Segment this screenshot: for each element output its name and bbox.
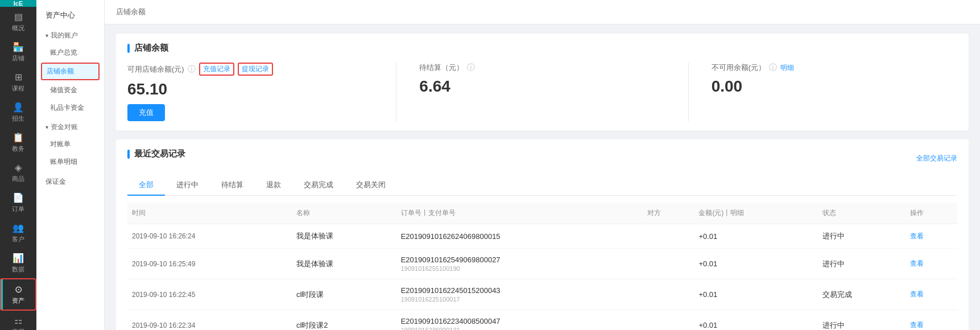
main-content: 店铺余额 店铺余额 可用店铺余额(元) ⓘ 充值记录 提现记录 65.10 充值 xyxy=(105,0,980,330)
unavailable-balance-label: 不可用余额(元） ⓘ 明细 xyxy=(712,63,957,73)
cell-action[interactable]: 查看 xyxy=(905,249,957,279)
col-order: 订单号丨支付单号 xyxy=(396,203,643,224)
cell-amount: +0.01 xyxy=(694,279,818,310)
sidebar-item-store[interactable]: 🏪 店铺 xyxy=(0,37,36,67)
course-icon: ⊞ xyxy=(15,72,22,82)
info-icon[interactable]: ⓘ xyxy=(188,64,196,75)
tab-in-progress[interactable]: 进行中 xyxy=(165,175,210,196)
table-row: 2019-09-10 16:25:49 我是体验课 E2019091016254… xyxy=(127,249,957,279)
cell-time: 2019-09-10 16:26:24 xyxy=(127,224,292,249)
cell-amount: +0.01 xyxy=(694,224,818,249)
available-balance-value: 65.10 xyxy=(127,80,373,98)
nav-section-reconciliation: ▾ 资金对账 对账单 账单明细 xyxy=(36,119,104,171)
cell-order: E20190910162624069800015 xyxy=(396,224,643,249)
table-row: 2019-09-10 16:22:34 cl时段课2 E201909101622… xyxy=(127,310,957,331)
sidebar-item-order[interactable]: 📄 订单 xyxy=(0,188,36,218)
recruit-icon: 👤 xyxy=(13,102,24,113)
content-area: 店铺余额 可用店铺余额(元) ⓘ 充值记录 提现记录 65.10 充值 待结算（… xyxy=(105,24,980,330)
pending-info-icon[interactable]: ⓘ xyxy=(467,63,475,73)
sidebar-label-teacher: 教务 xyxy=(12,145,24,153)
nav-item-store-balance[interactable]: 店铺余额 xyxy=(41,63,100,80)
cell-order: E20190910162549069800027 190910162551001… xyxy=(396,249,643,279)
recharge-button[interactable]: 充值 xyxy=(127,104,165,121)
second-nav: 资产中心 ▾ 我的账户 账户总览 店铺余额 储值资金 礼品卡资金 ▾ 资金对账 … xyxy=(36,0,105,330)
asset-icon: ⊙ xyxy=(15,284,22,295)
balance-col-available: 可用店铺余额(元) ⓘ 充值记录 提现记录 65.10 充值 xyxy=(127,63,373,121)
sidebar-item-course[interactable]: ⊞ 课程 xyxy=(0,67,36,97)
cell-name: cl时段课2 xyxy=(292,310,396,331)
balance-divider2 xyxy=(688,63,689,121)
tab-refund[interactable]: 退款 xyxy=(255,175,292,196)
nav-section-reconciliation-title[interactable]: ▾ 资金对账 xyxy=(36,119,104,135)
unavailable-info-icon[interactable]: ⓘ xyxy=(769,63,777,73)
nav-item-gift-card[interactable]: 礼品卡资金 xyxy=(36,99,104,117)
withdraw-record-link[interactable]: 提现记录 xyxy=(238,63,273,76)
nav-item-account-overview[interactable]: 账户总览 xyxy=(36,44,104,61)
detail-link[interactable]: 明细 xyxy=(780,63,794,73)
nav-item-reconciliation[interactable]: 对账单 xyxy=(36,135,104,153)
cell-counterpart xyxy=(643,310,694,331)
sidebar-label-customer: 客户 xyxy=(12,235,24,244)
col-action: 操作 xyxy=(905,203,957,224)
table-row: 2019-09-10 16:26:24 我是体验课 E2019091016262… xyxy=(127,224,957,249)
nav-item-deposit[interactable]: 保证金 xyxy=(36,173,104,191)
sidebar-label-course: 课程 xyxy=(12,84,24,93)
tab-closed[interactable]: 交易关闭 xyxy=(345,175,397,196)
sidebar-item-goods[interactable]: ◈ 商品 xyxy=(0,158,36,188)
col-counterpart: 对方 xyxy=(643,203,694,224)
sidebar-label-recruit: 招生 xyxy=(12,114,24,123)
nav-item-account-detail[interactable]: 账单明细 xyxy=(36,153,104,171)
cell-counterpart xyxy=(643,249,694,279)
data-icon: 📊 xyxy=(13,253,24,263)
cell-action[interactable]: 查看 xyxy=(905,224,957,249)
cell-time: 2019-09-10 16:25:49 xyxy=(127,249,292,279)
cell-name: 我是体验课 xyxy=(292,224,396,249)
unavailable-balance-value: 0.00 xyxy=(712,77,957,96)
cell-status: 进行中 xyxy=(818,249,905,279)
sidebar-label-store: 店铺 xyxy=(12,54,24,63)
available-balance-label: 可用店铺余额(元) ⓘ 充值记录 提现记录 xyxy=(127,63,373,76)
store-icon: 🏪 xyxy=(13,42,24,52)
sidebar-label-overview: 概况 xyxy=(12,24,24,32)
overview-icon: ▤ xyxy=(14,11,23,22)
all-records-link[interactable]: 全部交易记录 xyxy=(916,154,957,163)
cell-amount: +0.01 xyxy=(694,310,818,331)
cell-action[interactable]: 查看 xyxy=(905,310,957,331)
cell-status: 进行中 xyxy=(818,224,905,249)
nav-section-account: ▾ 我的账户 账户总览 店铺余额 储值资金 礼品卡资金 xyxy=(36,27,104,117)
cell-counterpart xyxy=(643,224,694,249)
sidebar-item-recruit[interactable]: 👤 招生 xyxy=(0,97,36,127)
cell-order: E20190910162245015200043 190910162251000… xyxy=(396,279,643,310)
cell-status: 交易完成 xyxy=(818,279,905,310)
sidebar-item-teacher[interactable]: 📋 教务 xyxy=(0,127,36,158)
sidebar-logo: IcE xyxy=(0,0,36,7)
sidebar-label-asset: 资产 xyxy=(12,296,24,305)
sidebar-item-apps[interactable]: ⚏ 应用 xyxy=(0,311,36,330)
recharge-record-link[interactable]: 充值记录 xyxy=(199,63,234,76)
tab-all[interactable]: 全部 xyxy=(127,175,165,196)
tab-pending[interactable]: 待结算 xyxy=(210,175,255,196)
sidebar-item-customer[interactable]: 👥 客户 xyxy=(0,218,36,248)
sidebar-item-data[interactable]: 📊 数据 xyxy=(0,248,36,278)
sidebar-label-goods: 商品 xyxy=(12,175,24,183)
cell-action[interactable]: 查看 xyxy=(905,279,957,310)
balance-section-title: 店铺余额 xyxy=(127,43,957,53)
breadcrumb: 店铺余额 xyxy=(105,0,980,24)
tab-group: 全部 进行中 待结算 退款 交易完成 交易关闭 xyxy=(127,175,957,196)
cell-counterpart xyxy=(643,279,694,310)
sidebar-item-asset[interactable]: ⊙ 资产 xyxy=(0,278,36,311)
goods-icon: ◈ xyxy=(15,162,22,173)
sidebar-item-overview[interactable]: ▤ 概况 xyxy=(0,7,36,37)
arrow-down-icon2: ▾ xyxy=(46,124,48,130)
cell-name: 我是体验课 xyxy=(292,249,396,279)
tab-complete[interactable]: 交易完成 xyxy=(292,175,345,196)
sidebar: IcE ▤ 概况 🏪 店铺 ⊞ 课程 👤 招生 📋 教务 ◈ 商品 📄 订单 👥… xyxy=(0,0,36,330)
sidebar-bottom: ⚏ 应用 ⚙ 设置 xyxy=(0,311,36,330)
col-amount: 金额(元)丨明细 xyxy=(694,203,818,224)
records-table: 时间 名称 订单号丨支付单号 对方 金额(元)丨明细 状态 操作 2019-09… xyxy=(127,203,957,330)
col-name: 名称 xyxy=(292,203,396,224)
nav-item-stored-value[interactable]: 储值资金 xyxy=(36,81,104,99)
records-section-title: 最近交易记录 xyxy=(127,148,185,159)
nav-section-account-title[interactable]: ▾ 我的账户 xyxy=(36,27,104,44)
balance-divider xyxy=(396,63,396,121)
